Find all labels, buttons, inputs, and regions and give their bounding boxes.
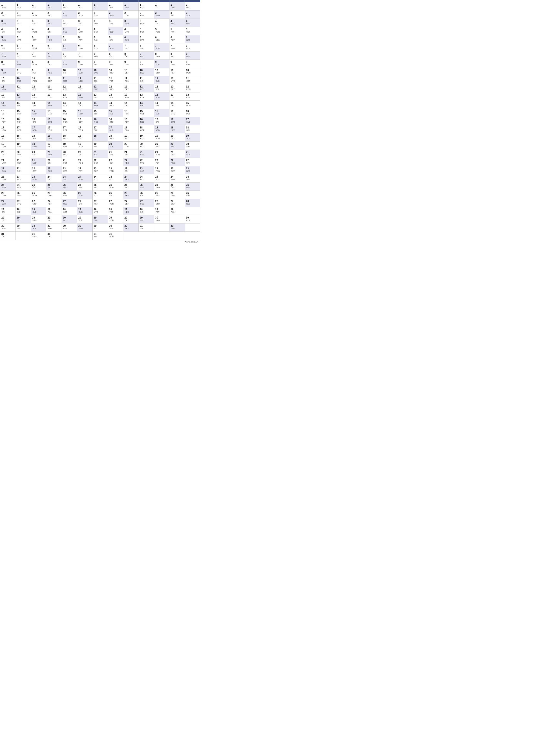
day-number: 1 [1,3,3,6]
day-number: 1 [94,3,95,6]
day-number: 3 [140,20,141,23]
day-number: 29 [124,216,127,219]
day-cell: 17UTO [46,125,62,133]
day-cell: 11SRI [139,76,154,84]
day-number: 4 [63,28,64,31]
day-name: UTO [33,235,37,238]
day-cell: 17UTO [0,125,15,133]
day-cell: 10SRI [0,76,15,84]
day-number: 24 [170,175,173,178]
day-name: SUB [140,186,144,189]
day-name: SRI [17,104,20,107]
day-number: 15 [78,110,81,113]
month-apr [46,0,62,2]
day-cell: 21SUB [185,150,200,158]
day-name: SUB [2,23,6,25]
day-number: 30 [63,224,66,228]
day-name: NED [79,96,83,98]
day-name: PON [109,203,114,205]
day-number: 2 [109,12,111,14]
day-number: 16 [94,118,96,121]
day-name: NED [48,55,52,58]
day-cell: 3ČET [31,19,46,27]
day-name: SRI [140,195,143,197]
day-name: SUB [48,104,52,107]
day-cell: 5ČET [185,27,200,35]
day-number: 11 [186,77,189,80]
day-number: 27 [155,200,158,203]
day-name: PON [171,178,175,180]
day-cell: 10PET [169,68,185,76]
day-cell: 22SUB [46,166,62,174]
day-number: 19 [47,143,50,146]
day-cell: 28UTO [92,207,108,215]
day-cell: 22SRI [185,158,200,166]
day-number: 23 [155,167,158,170]
day-cell: 2SUB [62,11,77,19]
month-jun [77,0,92,2]
day-name: PON [79,129,83,131]
day-number: 20 [109,143,112,146]
day-name: SUB [187,121,191,123]
day-number: 7 [170,44,172,47]
day-name: UTO [140,162,144,164]
day-name: NED [94,154,98,156]
day-name: NED [187,186,191,189]
day-cell: 28PET [154,207,169,215]
day-cell [185,224,200,232]
day-cell: 3UTO [62,19,77,27]
day-number: 6 [16,44,18,47]
day-name: NED [2,88,6,90]
day-name: SUB [79,211,83,213]
day-cell: 10SUB [15,76,31,84]
day-cell: 8NED [185,51,200,60]
day-number: 31 [140,224,142,228]
day-name: PET [171,104,175,107]
day-cell [154,224,169,232]
day-number: 21 [140,150,142,154]
day-name: UTO [63,137,67,139]
day-number: 21 [47,159,50,162]
day-cell: 30SRI [15,224,31,232]
day-number: 6 [124,36,126,39]
day-number: 18 [63,134,66,137]
day-name: NED [109,47,114,49]
day-cell: 27UTO [31,199,46,207]
day-number: 6 [1,44,3,47]
day-cell: 23PON [154,166,169,174]
day-number: 15 [186,101,189,104]
day-number: 9 [16,69,18,72]
day-number: 16 [32,118,35,121]
day-cell: 16SRI [31,117,46,125]
day-cell: 20UTO [139,142,154,150]
day-name: PON [48,195,52,197]
day-name: UTO [63,23,67,25]
day-name: ČET [48,80,52,82]
day-number: 11 [78,77,81,80]
day-name: PON [156,170,160,172]
day-cell: 27PET [92,199,108,207]
day-name: SUB [109,146,114,148]
day-cell: 3PON [139,19,154,27]
day-name: ČET [33,170,37,172]
day-cell: 3SUB [185,11,200,19]
day-number: 4 [78,28,80,31]
day-name: NED [171,23,175,25]
day-cell: 15UTO [46,109,62,117]
day-number: 10 [63,69,66,72]
day-cell: 14UTO [108,101,123,109]
day-name: SRI [187,195,190,197]
day-cell: 21SRI [123,150,139,158]
day-name: PON [33,31,37,33]
day-cell: 20SUB [108,142,123,150]
day-number: 5 [94,36,95,39]
day-number: 30 [94,224,96,228]
day-cell: 20UTO [62,150,77,158]
day-number: 26 [32,192,35,195]
month-maj [62,0,77,2]
day-name: NED [140,121,144,123]
day-number: 26 [186,192,189,195]
day-cell: 29SUB [92,215,108,224]
day-name: SUB [2,39,6,41]
day-name: SRI [140,64,143,66]
